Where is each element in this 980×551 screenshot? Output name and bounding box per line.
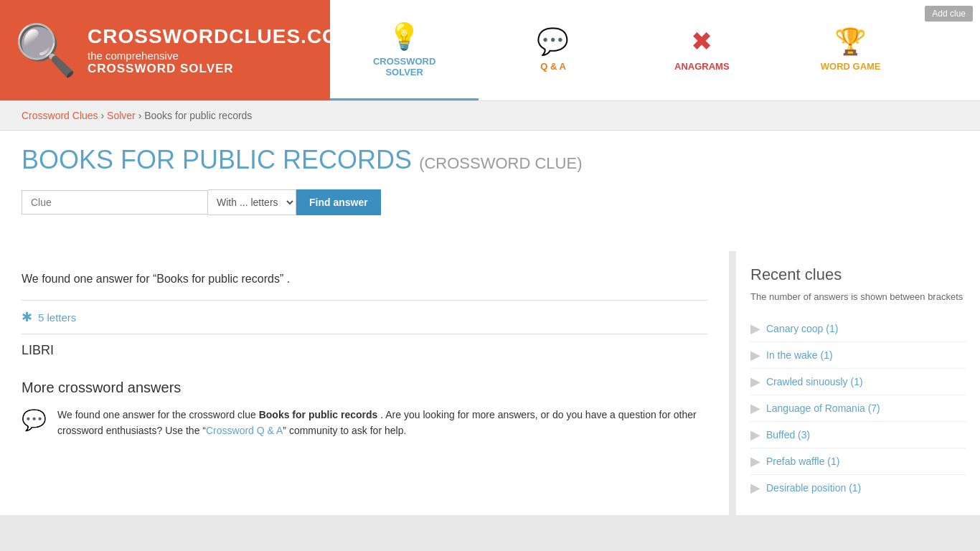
breadcrumb-current: Books for public records (144, 110, 252, 121)
nav-items: 💡 CROSSWORDSOLVER 💬 Q & A ✖ ANAGRAMS 🏆 W… (330, 0, 980, 100)
trophy-icon: 🏆 (834, 27, 867, 57)
breadcrumb-crossword-clues[interactable]: Crossword Clues (22, 110, 98, 121)
magnifier-icon: 🔍 (14, 21, 77, 80)
clue-arrow-icon[interactable]: ▶ (750, 453, 760, 469)
more-text-bold: Books for public records (259, 409, 378, 420)
clue-arrow-icon[interactable]: ▶ (750, 321, 760, 336)
cross-icon: ✖ (691, 27, 712, 57)
sidebar-title: Recent clues (750, 265, 966, 284)
recent-clue-item: ▶ Language of Romania (7) (750, 395, 966, 422)
page-title: BOOKS FOR PUBLIC RECORDS (CROSSWORD CLUE… (22, 145, 958, 175)
clue-link[interactable]: Prefab waffle (1) (766, 456, 839, 467)
recent-clue-item: ▶ Prefab waffle (1) (750, 448, 966, 475)
chat-bubble-icon: 💬 (537, 27, 569, 57)
recent-clue-item: ▶ Canary coop (1) (750, 316, 966, 342)
clue-arrow-icon[interactable]: ▶ (750, 347, 760, 363)
breadcrumb-solver[interactable]: Solver (107, 110, 136, 121)
search-bar: With ... letters 1 letter 2 letters 3 le… (22, 189, 958, 215)
nav-crossword-solver-label: CROSSWORDSOLVER (373, 56, 435, 77)
page-header-section: BOOKS FOR PUBLIC RECORDS (CROSSWORD CLUE… (0, 131, 980, 251)
clue-link[interactable]: Language of Romania (7) (766, 402, 880, 414)
nav-qa-label: Q & A (540, 61, 566, 72)
breadcrumb-sep2: › (138, 110, 145, 121)
recent-clues-list: ▶ Canary coop (1) ▶ In the wake (1) ▶ Cr… (750, 316, 966, 501)
site-name: CROSSWORDCLUES.COM (88, 25, 356, 48)
lightbulb-icon: 💡 (388, 22, 420, 52)
find-answer-button[interactable]: Find answer (296, 189, 381, 215)
letters-link[interactable]: ✱ 5 letters (22, 309, 707, 325)
nav-crossword-solver[interactable]: 💡 CROSSWORDSOLVER (330, 0, 479, 100)
crossword-qa-link[interactable]: Crossword Q & A (206, 425, 283, 436)
sidebar-note: The number of answers is shown between b… (750, 290, 966, 304)
nav-word-game[interactable]: 🏆 WORD GAME (776, 0, 925, 100)
letters-link-label: 5 letters (38, 311, 76, 324)
answer-intro: We found one answer for “Books for publi… (22, 273, 707, 286)
tagline: the comprehensive (88, 50, 356, 62)
more-text-1: We found one answer for the crossword cl… (57, 409, 259, 420)
clue-arrow-icon[interactable]: ▶ (750, 427, 760, 443)
logo-text: CROSSWORDCLUES.COM the comprehensive CRO… (88, 25, 356, 76)
more-text-3: ” community to ask for help. (283, 425, 406, 436)
main-layout: We found one answer for “Books for publi… (0, 251, 980, 515)
page-title-text: BOOKS FOR PUBLIC RECORDS (22, 145, 412, 174)
puzzle-icon: ✱ (22, 309, 32, 325)
clue-input[interactable] (22, 190, 208, 215)
letters-section: ✱ 5 letters (22, 300, 707, 325)
clue-link[interactable]: Desirable position (1) (766, 482, 861, 494)
header: 🔍 CROSSWORDCLUES.COM the comprehensive C… (0, 0, 980, 101)
recent-clue-item: ▶ Desirable position (1) (750, 475, 966, 501)
clue-link[interactable]: Canary coop (1) (766, 323, 838, 334)
logo-area: 🔍 CROSSWORDCLUES.COM the comprehensive C… (0, 0, 330, 100)
nav-word-game-label: WORD GAME (821, 61, 881, 72)
page-title-suffix: (CROSSWORD CLUE) (419, 154, 582, 172)
nav-qa[interactable]: 💬 Q & A (479, 0, 627, 100)
clue-link[interactable]: In the wake (1) (766, 349, 833, 361)
recent-clue-item: ▶ Crawled sinuously (1) (750, 369, 966, 395)
more-answers-body: 💬 We found one answer for the crossword … (22, 407, 707, 439)
sidebar: Recent clues The number of answers is sh… (736, 251, 980, 515)
nav-anagrams[interactable]: ✖ ANAGRAMS (628, 0, 776, 100)
more-answers-text: We found one answer for the crossword cl… (57, 407, 707, 439)
letters-select[interactable]: With ... letters 1 letter 2 letters 3 le… (208, 189, 296, 215)
more-answers-section: More crossword answers 💬 We found one an… (22, 380, 707, 439)
clue-link[interactable]: Crawled sinuously (1) (766, 376, 863, 387)
clue-arrow-icon[interactable]: ▶ (750, 400, 760, 416)
main-content: We found one answer for “Books for publi… (0, 251, 729, 515)
clue-arrow-icon[interactable]: ▶ (750, 480, 760, 496)
clue-link[interactable]: Buffed (3) (766, 429, 810, 441)
answer-word: LIBRI (22, 334, 707, 358)
recent-clue-item: ▶ Buffed (3) (750, 422, 966, 448)
more-answers-title: More crossword answers (22, 380, 707, 396)
add-clue-button[interactable]: Add clue (925, 6, 973, 22)
breadcrumb: Crossword Clues › Solver › Books for pub… (0, 101, 980, 131)
breadcrumb-sep1: › (100, 110, 107, 121)
tagline2: CROSSWORD SOLVER (88, 62, 356, 76)
clue-arrow-icon[interactable]: ▶ (750, 374, 760, 390)
recent-clue-item: ▶ In the wake (1) (750, 342, 966, 369)
chat-icon: 💬 (22, 408, 47, 432)
nav-anagrams-label: ANAGRAMS (674, 61, 730, 72)
